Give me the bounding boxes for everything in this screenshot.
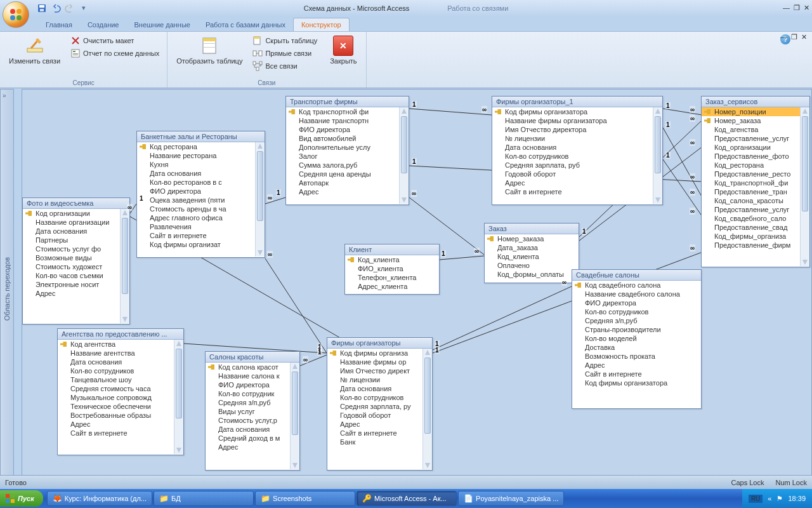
field[interactable]: Код_организации bbox=[702, 143, 800, 152]
table-t_zserv[interactable]: Заказ_сервисовНомер_позицииНомер_заказаК… bbox=[701, 96, 810, 267]
undo-icon[interactable] bbox=[49, 2, 62, 15]
tray-chevron-icon[interactable]: « bbox=[768, 495, 771, 502]
field[interactable]: Адрес_клиента bbox=[345, 282, 439, 291]
hide-table-button[interactable]: Скрыть таблицу bbox=[250, 34, 320, 47]
field[interactable]: № лицензии bbox=[327, 375, 422, 384]
taskbar-item[interactable]: 📄Poyasnitelnaya_zapiska ... bbox=[458, 491, 564, 506]
field[interactable]: Средняя з/п,руб bbox=[206, 398, 290, 407]
field[interactable]: Код_клиента bbox=[345, 255, 439, 264]
field[interactable]: Код транспортной фи bbox=[286, 107, 399, 116]
table-t_client[interactable]: КлиентКод_клиентаФИО_клиентаТелефон_клие… bbox=[344, 244, 440, 295]
field[interactable]: Название фирмы ор bbox=[327, 358, 422, 366]
table-t_salon[interactable]: Салоны красотыКод салона красотНазвание … bbox=[205, 351, 300, 471]
table-title[interactable]: Фирмы организаторы bbox=[327, 338, 432, 349]
table-t_agency[interactable]: Агентства по предоставлению ...Код агент… bbox=[57, 328, 184, 455]
field[interactable]: Адрес bbox=[23, 289, 120, 298]
field[interactable]: Название агентства bbox=[58, 349, 174, 358]
vertical-scrollbar[interactable] bbox=[399, 107, 409, 204]
field[interactable]: Адрес bbox=[492, 178, 653, 187]
field[interactable]: Оцека заведения (пяти bbox=[137, 196, 255, 204]
close-icon[interactable]: ✕ bbox=[804, 4, 809, 12]
field[interactable]: Виды услуг bbox=[206, 407, 290, 416]
field[interactable]: Название организации bbox=[23, 218, 120, 227]
field[interactable]: Сайт в интернете bbox=[327, 429, 422, 438]
vertical-scrollbar[interactable] bbox=[653, 107, 662, 204]
taskbar-item[interactable]: 🦊Курс: Информатика (дл... bbox=[47, 491, 152, 506]
field[interactable]: Предоставление_свад bbox=[702, 223, 800, 232]
relation-report-button[interactable]: Отчет по схеме данных bbox=[68, 47, 162, 60]
scroll-thumb[interactable] bbox=[655, 116, 661, 173]
tab-create[interactable]: Создание bbox=[80, 18, 127, 31]
scroll-thumb[interactable] bbox=[122, 218, 128, 294]
vertical-scrollbar[interactable] bbox=[422, 349, 432, 469]
show-table-button[interactable]: Отобразить таблицу bbox=[173, 34, 246, 72]
table-title[interactable]: Клиент bbox=[345, 244, 439, 255]
field[interactable]: Предоставление_услуг bbox=[702, 134, 800, 143]
start-button[interactable]: Пуск bbox=[0, 490, 43, 507]
field[interactable]: Средняя зарплата, руб bbox=[492, 161, 653, 170]
field[interactable]: Название ресторана bbox=[137, 151, 255, 160]
field[interactable]: Название транспортн bbox=[286, 116, 399, 125]
field[interactable]: Адрес главного офиса bbox=[137, 213, 255, 222]
maximize-icon[interactable]: ❐ bbox=[794, 4, 800, 12]
field[interactable]: Дата основания bbox=[137, 169, 255, 178]
field[interactable]: Код свадебного салона bbox=[572, 281, 701, 290]
table-title[interactable]: Свадебные салоны bbox=[572, 270, 701, 281]
tab-external[interactable]: Внешние данные bbox=[127, 18, 198, 31]
field[interactable]: Средняя з/п,руб bbox=[572, 316, 701, 325]
doc-close-icon[interactable]: ✕ bbox=[801, 33, 807, 41]
field[interactable]: Код_свадебного_сало bbox=[702, 214, 800, 223]
field[interactable]: Телефон_клиента bbox=[345, 273, 439, 282]
field[interactable]: Возможность проката bbox=[572, 352, 701, 361]
field[interactable]: Автопарк bbox=[286, 178, 399, 187]
field[interactable]: ФИО директора bbox=[572, 298, 701, 307]
tab-designer[interactable]: Конструктор bbox=[293, 18, 350, 31]
field[interactable]: Адрес bbox=[572, 361, 701, 370]
nav-pane-toggle-icon[interactable]: » bbox=[3, 92, 6, 99]
table-title[interactable]: Транспортые фирмы bbox=[286, 97, 409, 107]
vertical-scrollbar[interactable] bbox=[120, 209, 129, 323]
all-relations-button[interactable]: Все связи bbox=[250, 60, 320, 72]
clear-layout-button[interactable]: Очистить макет bbox=[68, 34, 162, 47]
field[interactable]: Сайт в интернете bbox=[572, 370, 701, 378]
field[interactable]: Код организации bbox=[23, 209, 120, 218]
field[interactable]: ФИО директора bbox=[137, 187, 255, 196]
field[interactable]: Кол-во сотрудник bbox=[206, 389, 290, 398]
field[interactable]: Дата основания bbox=[206, 425, 290, 434]
field[interactable]: Сумма залога,руб bbox=[286, 161, 399, 170]
field[interactable]: Номер_заказа bbox=[485, 234, 579, 243]
table-title[interactable]: Агентства по предоставлению ... bbox=[58, 329, 183, 340]
field[interactable]: Возможные виды bbox=[23, 253, 120, 262]
field[interactable]: Стоимость услуг,р bbox=[206, 416, 290, 425]
field[interactable]: ФИО директора bbox=[286, 125, 399, 134]
field[interactable]: Предоставление_фото bbox=[702, 152, 800, 161]
table-title[interactable]: Заказ bbox=[485, 224, 579, 234]
scroll-thumb[interactable] bbox=[424, 358, 431, 434]
field[interactable]: Код фирмы организат bbox=[137, 240, 255, 249]
field[interactable]: Кол-во сотрудников bbox=[58, 366, 174, 375]
field[interactable]: Код фирмы организатора bbox=[492, 107, 653, 116]
field[interactable]: Код фирмы организатора bbox=[572, 378, 701, 387]
field[interactable]: Кухня bbox=[137, 160, 255, 169]
table-title[interactable]: Заказ_сервисов bbox=[702, 97, 809, 107]
field[interactable]: Код_салона_красоты bbox=[702, 196, 800, 205]
field[interactable]: Кол-во сотрудников bbox=[492, 152, 653, 161]
field[interactable]: Адрес bbox=[206, 443, 290, 451]
scroll-thumb[interactable] bbox=[176, 349, 182, 418]
field[interactable]: Средняя цена аренды bbox=[286, 170, 399, 178]
field[interactable]: Адрес bbox=[327, 420, 422, 429]
field[interactable]: Предоставление_услуг bbox=[702, 205, 800, 214]
field[interactable]: Дата основания bbox=[492, 143, 653, 152]
field[interactable]: Сайт в интернете bbox=[137, 231, 255, 240]
tab-dbtools[interactable]: Работа с базами данных bbox=[198, 18, 293, 31]
scroll-thumb[interactable] bbox=[292, 371, 298, 435]
field[interactable]: ФИО_клиента bbox=[345, 264, 439, 273]
doc-minimize-icon[interactable]: — bbox=[780, 33, 787, 41]
field[interactable]: Кол-во часов съемки bbox=[23, 271, 120, 280]
table-title[interactable]: Салоны красоты bbox=[206, 352, 299, 363]
field[interactable]: ФИО директора bbox=[206, 380, 290, 389]
tab-home[interactable]: Главная bbox=[38, 18, 80, 31]
field[interactable]: Сайт в интернете bbox=[492, 187, 653, 196]
table-t_org[interactable]: Фирмы организаторыКод фирмы организаНазв… bbox=[327, 337, 433, 471]
field[interactable]: Дата_заказа bbox=[485, 243, 579, 252]
